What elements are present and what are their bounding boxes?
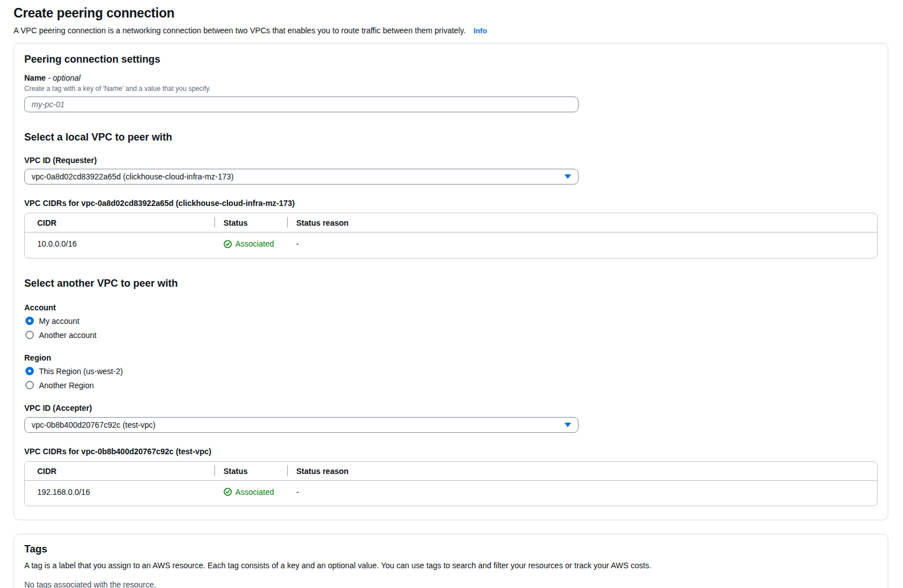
status-success-icon <box>223 488 232 496</box>
page-title: Create peering connection <box>14 6 888 21</box>
vpc-requester-select[interactable]: vpc-0a8d02cd83922a65d (clickhouse-cloud-… <box>24 169 578 185</box>
vpc-accepter-selected-value: vpc-0b8b400d20767c92c (test-vpc) <box>32 420 155 429</box>
page-description-text: A VPC peering connection is a networking… <box>14 26 466 35</box>
radio-label: This Region (us-west-2) <box>39 367 123 376</box>
another-vpc-section-heading: Select another VPC to peer with <box>24 278 878 289</box>
status-text: Associated <box>235 239 274 248</box>
table-row: 192.168.0.0/16 Associated - <box>25 481 877 506</box>
page-header: Create peering connection A VPC peering … <box>14 6 888 35</box>
col-header-cidr: CIDR <box>25 213 214 232</box>
tags-card-title: Tags <box>24 543 878 555</box>
accepter-cidr-table: CIDR Status Status reason 192.168.0.0/16… <box>24 461 878 507</box>
create-peering-connection-page: Create peering connection A VPC peering … <box>0 0 903 588</box>
name-optional-suffix: - optional <box>46 73 80 82</box>
accepter-cidrs-heading: VPC CIDRs for vpc-0b8b400d20767c92c (tes… <box>24 447 878 456</box>
status-reason-value: - <box>287 232 877 258</box>
chevron-down-icon <box>564 423 571 427</box>
tags-empty-text: No tags associated with the resource. <box>24 580 878 588</box>
radio-my-account[interactable]: My account <box>25 317 80 326</box>
vpc-requester-selected-value: vpc-0a8d02cd83922a65d (clickhouse-cloud-… <box>32 172 234 181</box>
settings-card-title: Peering connection settings <box>24 54 878 65</box>
col-header-status-reason: Status reason <box>287 213 877 232</box>
radio-unselected-icon[interactable] <box>25 381 34 389</box>
radio-this-region[interactable]: This Region (us-west-2) <box>25 367 123 376</box>
col-header-cidr: CIDR <box>25 462 214 480</box>
tags-card: Tags A tag is a label that you assign to… <box>14 534 888 588</box>
local-vpc-section-heading: Select a local VPC to peer with <box>24 131 878 143</box>
radio-selected-icon[interactable] <box>25 367 34 375</box>
table-row: 10.0.0.0/16 Associated - <box>25 232 877 258</box>
radio-label: Another Region <box>39 381 94 390</box>
chevron-down-icon <box>564 174 571 179</box>
requester-cidrs-heading: VPC CIDRs for vpc-0a8d02cd83922a65d (cli… <box>24 199 878 208</box>
radio-label: My account <box>39 317 80 326</box>
tags-description: A tag is a label that you assign to an A… <box>24 561 878 570</box>
info-link[interactable]: Info <box>474 27 487 35</box>
table-header-row: CIDR Status Status reason <box>25 462 877 481</box>
status-badge: Associated <box>223 239 274 248</box>
name-input[interactable] <box>24 96 578 112</box>
status-text: Associated <box>235 488 274 497</box>
peering-settings-card: Peering connection settings Name - optio… <box>14 43 888 520</box>
vpc-accepter-select[interactable]: vpc-0b8b400d20767c92c (test-vpc) <box>24 417 578 433</box>
region-group-label: Region <box>24 353 878 362</box>
radio-another-region[interactable]: Another Region <box>25 381 94 390</box>
table-header-row: CIDR Status Status reason <box>25 213 877 232</box>
account-group-label: Account <box>24 303 878 312</box>
cidr-value: 10.0.0.0/16 <box>25 232 214 258</box>
col-header-status: Status <box>214 462 287 480</box>
name-field-hint: Create a tag with a key of 'Name' and a … <box>24 85 878 93</box>
status-success-icon <box>223 240 232 248</box>
page-description: A VPC peering connection is a networking… <box>14 26 888 35</box>
radio-selected-icon[interactable] <box>25 317 34 325</box>
vpc-requester-label: VPC ID (Requester) <box>24 156 878 165</box>
name-field-label: Name - optional <box>24 73 878 82</box>
requester-cidr-table: CIDR Status Status reason 10.0.0.0/16 As… <box>24 213 878 258</box>
radio-another-account[interactable]: Another account <box>25 331 97 340</box>
status-badge: Associated <box>223 488 274 497</box>
status-reason-value: - <box>287 481 877 506</box>
radio-unselected-icon[interactable] <box>25 331 34 339</box>
col-header-status: Status <box>214 213 287 232</box>
col-header-status-reason: Status reason <box>287 462 877 480</box>
cidr-value: 192.168.0.0/16 <box>25 481 214 506</box>
radio-label: Another account <box>39 331 97 340</box>
vpc-accepter-label: VPC ID (Accepter) <box>24 403 878 413</box>
name-label-text: Name <box>24 73 46 82</box>
